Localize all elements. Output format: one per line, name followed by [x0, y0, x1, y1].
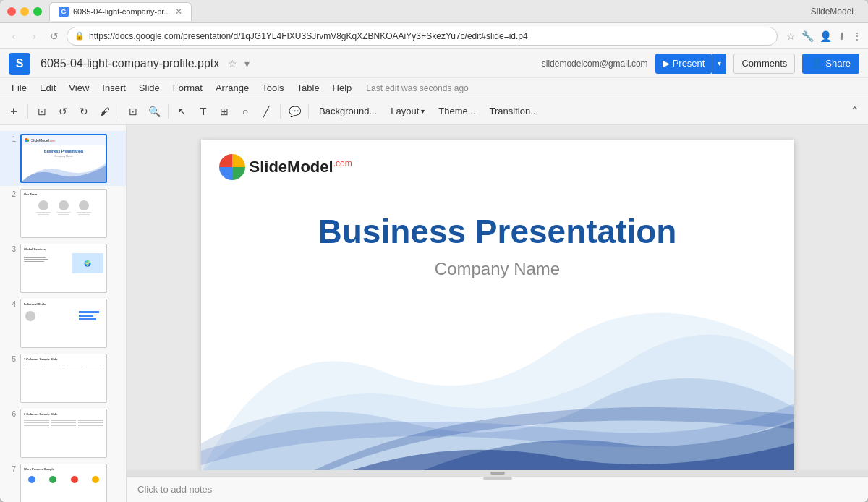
slide-thumb-content-7: Work Process Sample — [21, 464, 106, 502]
close-button[interactable] — [7, 7, 16, 16]
editor-area: 1 SlideModel.com Business Presentation C… — [0, 125, 868, 502]
minimize-button[interactable] — [20, 7, 29, 16]
present-dropdown-button[interactable]: ▾ — [712, 54, 726, 74]
back-button[interactable]: ‹ — [6, 28, 22, 44]
download-icon[interactable]: ⬇ — [838, 30, 846, 42]
user-email: slidemodelcom@gmail.com — [542, 59, 648, 69]
menu-icon[interactable]: ⋮ — [852, 30, 862, 42]
background-button[interactable]: Background... — [313, 103, 383, 119]
slide-number-2: 2 — [6, 189, 16, 198]
menu-slide[interactable]: Slide — [133, 80, 166, 95]
slide-canvas[interactable]: SlideModel.com Business Presentation Com… — [201, 140, 794, 470]
slide-thumb-1[interactable]: SlideModel.com Business Presentation Com… — [20, 134, 107, 183]
title-bar: G 6085-04-light-company-pr... ✕ SlideMod… — [0, 0, 868, 23]
slide-thumb-content-3: Global Services 🌍 — [21, 244, 106, 292]
slide-thumb-content-6: 3 Columns Sample Slide — [21, 409, 106, 457]
menu-view[interactable]: View — [63, 80, 95, 95]
slide-thumb-6[interactable]: 3 Columns Sample Slide — [20, 409, 107, 458]
menu-arrange[interactable]: Arrange — [210, 80, 255, 95]
comments-button[interactable]: Comments — [733, 54, 795, 74]
slide-thumb-2[interactable]: Our Team — [20, 189, 107, 238]
bookmark-icon[interactable]: ☆ — [786, 30, 796, 42]
slide-thumb-7[interactable]: Work Process Sample — [20, 464, 107, 502]
logo-dot: .com — [333, 158, 352, 169]
title-row: S 6085-04-light-company-profile.pptx ☆ ▾… — [0, 49, 868, 78]
logo-brand: SlideModel — [250, 158, 333, 176]
transition-button[interactable]: Transition... — [484, 103, 544, 119]
toolbar-separator-3 — [168, 104, 169, 119]
extensions-icon[interactable]: 🔧 — [801, 30, 814, 42]
browser-brand: SlideModel — [811, 7, 861, 17]
layout-button[interactable]: Layout ▾ — [385, 103, 430, 119]
theme-button[interactable]: Theme... — [433, 103, 481, 119]
logo-text: SlideModel.com — [250, 158, 352, 176]
slides-panel: 1 SlideModel.com Business Presentation C… — [0, 125, 127, 502]
slide-item-7[interactable]: 7 Work Process Sample — [0, 461, 126, 502]
profile-icon[interactable]: 👤 — [820, 30, 832, 42]
zoom-fit-button[interactable]: ⊡ — [124, 102, 142, 121]
paint-format-button[interactable]: 🖌 — [95, 102, 114, 121]
menu-format[interactable]: Format — [167, 80, 208, 95]
logo-circle-icon — [219, 154, 245, 180]
slide-thumb-5[interactable]: 7 Columns Sample Slide — [20, 354, 107, 403]
slide-item-1[interactable]: 1 SlideModel.com Business Presentation C… — [0, 131, 126, 186]
slide-item-6[interactable]: 6 3 Columns Sample Slide — [0, 406, 126, 461]
cursor-tool[interactable]: ↖ — [173, 102, 192, 121]
menu-file[interactable]: File — [6, 80, 33, 95]
text-tool[interactable]: T — [194, 102, 213, 121]
menu-tools[interactable]: Tools — [256, 80, 289, 95]
file-title: 6085-04-light-company-profile.pptx — [41, 57, 219, 70]
slide-item-2[interactable]: 2 Our Team — [0, 186, 126, 241]
menu-insert[interactable]: Insert — [96, 80, 132, 95]
notes-placeholder[interactable]: Click to add notes — [137, 484, 212, 495]
traffic-lights — [7, 7, 42, 16]
slide-item-4[interactable]: 4 Individual Skills — [0, 296, 126, 351]
reload-button[interactable]: ↺ — [46, 28, 62, 44]
toolbar-collapse-button[interactable]: ⌃ — [845, 102, 864, 121]
slide-subheading[interactable]: Company Name — [201, 259, 794, 279]
slide-thumb-3[interactable]: Global Services 🌍 — [20, 244, 107, 293]
app-content: S 6085-04-light-company-profile.pptx ☆ ▾… — [0, 49, 868, 502]
zoom-button[interactable]: 🔍 — [145, 102, 163, 121]
menu-bar: File Edit View Insert Slide Format Arran… — [0, 78, 868, 98]
menu-help[interactable]: Help — [327, 80, 358, 95]
app-icon: S — [9, 53, 30, 75]
last-edit-text: Last edit was seconds ago — [366, 83, 468, 93]
folder-icon[interactable]: ▾ — [244, 58, 250, 69]
slide-heading[interactable]: Business Presentation — [201, 212, 794, 251]
shape-tool[interactable]: ○ — [236, 102, 255, 121]
wave-decoration — [201, 284, 794, 470]
print-button[interactable]: ⊡ — [33, 102, 51, 121]
slide-item-5[interactable]: 5 7 Columns Sample Slide — [0, 351, 126, 406]
drag-handle[interactable] — [483, 477, 512, 480]
browser-tab[interactable]: G 6085-04-light-company-pr... ✕ — [49, 2, 192, 21]
comment-tool[interactable]: 💬 — [285, 102, 304, 121]
slide-thumb-content-1: SlideModel.com Business Presentation Com… — [22, 135, 106, 182]
tab-close-icon[interactable]: ✕ — [175, 7, 182, 17]
fullscreen-button[interactable] — [33, 7, 42, 16]
line-tool[interactable]: ╱ — [257, 102, 276, 121]
url-bar[interactable]: 🔒 https://docs.google.com/presentation/d… — [67, 27, 778, 46]
add-button[interactable]: + — [4, 102, 23, 121]
present-button[interactable]: ▶ Present — [655, 54, 712, 74]
slide-item-3[interactable]: 3 Global Services 🌍 — [0, 241, 126, 296]
slide-number-4: 4 — [6, 299, 16, 308]
undo-button[interactable]: ↺ — [54, 102, 72, 121]
star-icon[interactable]: ☆ — [228, 58, 237, 69]
menu-table[interactable]: Table — [292, 80, 326, 95]
url-text: https://docs.google.com/presentation/d/1… — [89, 31, 770, 41]
app-icon-letter: S — [16, 57, 24, 70]
redo-button[interactable]: ↻ — [75, 102, 93, 121]
share-button[interactable]: 👤 Share — [802, 54, 859, 74]
tab-bar: G 6085-04-light-company-pr... ✕ — [49, 2, 811, 21]
image-tool[interactable]: ⊞ — [215, 102, 234, 121]
menu-edit[interactable]: Edit — [34, 80, 61, 95]
forward-button[interactable]: › — [26, 28, 42, 44]
slide-thumb-4[interactable]: Individual Skills — [20, 299, 107, 348]
scroll-handle[interactable] — [490, 472, 505, 475]
slide-number-6: 6 — [6, 409, 16, 418]
slide-number-1: 1 — [6, 134, 16, 143]
play-icon: ▶ — [663, 58, 670, 69]
toolbar-separator-5 — [308, 104, 309, 119]
tab-title: 6085-04-light-company-pr... — [73, 7, 171, 16]
